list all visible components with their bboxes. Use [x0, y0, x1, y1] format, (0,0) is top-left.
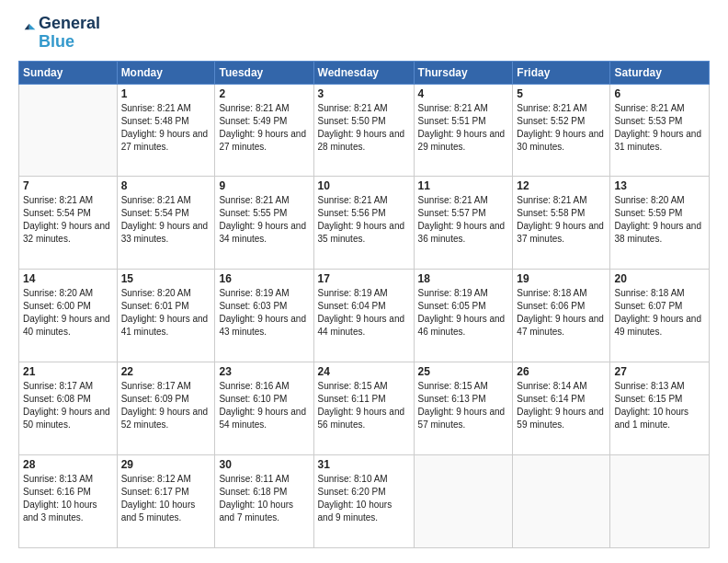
weekday-header-wednesday: Wednesday [313, 61, 414, 84]
logo: General Blue [18, 15, 100, 52]
day-number: 15 [121, 272, 211, 285]
calendar-cell: 18Sunrise: 8:19 AMSunset: 6:05 PMDayligh… [414, 270, 513, 362]
day-info: Sunrise: 8:19 AMSunset: 6:04 PMDaylight:… [318, 287, 410, 339]
day-number: 29 [121, 458, 211, 471]
day-info: Sunrise: 8:16 AMSunset: 6:10 PMDaylight:… [219, 380, 309, 431]
week-row-2: 7Sunrise: 8:21 AMSunset: 5:54 PMDaylight… [19, 177, 710, 270]
day-info: Sunrise: 8:21 AMSunset: 5:55 PMDaylight:… [219, 194, 309, 246]
day-info: Sunrise: 8:15 AMSunset: 6:13 PMDaylight:… [418, 380, 509, 431]
calendar-cell: 25Sunrise: 8:15 AMSunset: 6:13 PMDayligh… [414, 362, 513, 455]
day-info: Sunrise: 8:19 AMSunset: 6:05 PMDaylight:… [418, 287, 509, 339]
day-number: 20 [614, 272, 705, 285]
weekday-header-row: SundayMondayTuesdayWednesdayThursdayFrid… [19, 61, 710, 84]
day-info: Sunrise: 8:18 AMSunset: 6:07 PMDaylight:… [614, 287, 705, 339]
day-info: Sunrise: 8:12 AMSunset: 6:17 PMDaylight:… [121, 473, 211, 524]
calendar-cell: 14Sunrise: 8:20 AMSunset: 6:00 PMDayligh… [19, 270, 118, 362]
week-row-4: 21Sunrise: 8:17 AMSunset: 6:08 PMDayligh… [19, 362, 710, 455]
day-info: Sunrise: 8:21 AMSunset: 5:48 PMDaylight:… [121, 102, 211, 154]
day-info: Sunrise: 8:20 AMSunset: 5:59 PMDaylight:… [614, 194, 705, 246]
calendar-cell: 12Sunrise: 8:21 AMSunset: 5:58 PMDayligh… [513, 177, 610, 270]
calendar-cell: 8Sunrise: 8:21 AMSunset: 5:54 PMDaylight… [117, 177, 215, 270]
day-number: 13 [614, 179, 705, 192]
day-number: 10 [318, 179, 410, 192]
calendar-cell: 28Sunrise: 8:13 AMSunset: 6:16 PMDayligh… [19, 455, 118, 548]
logo-icon [18, 22, 37, 40]
calendar-cell [513, 455, 610, 548]
calendar-cell: 16Sunrise: 8:19 AMSunset: 6:03 PMDayligh… [215, 270, 313, 362]
day-number: 9 [219, 179, 309, 192]
day-info: Sunrise: 8:20 AMSunset: 6:00 PMDaylight:… [23, 287, 113, 339]
day-number: 12 [517, 179, 606, 192]
calendar-cell: 5Sunrise: 8:21 AMSunset: 5:52 PMDaylight… [513, 84, 610, 177]
calendar-cell: 24Sunrise: 8:15 AMSunset: 6:11 PMDayligh… [313, 362, 414, 455]
week-row-3: 14Sunrise: 8:20 AMSunset: 6:00 PMDayligh… [19, 270, 710, 362]
calendar-body: 1Sunrise: 8:21 AMSunset: 5:48 PMDaylight… [19, 84, 710, 547]
day-number: 24 [318, 365, 410, 378]
day-number: 6 [614, 87, 705, 100]
day-info: Sunrise: 8:15 AMSunset: 6:11 PMDaylight:… [318, 380, 410, 431]
calendar-cell: 29Sunrise: 8:12 AMSunset: 6:17 PMDayligh… [117, 455, 215, 548]
day-number: 30 [219, 458, 309, 471]
day-number: 28 [23, 458, 113, 471]
day-number: 17 [318, 272, 410, 285]
day-info: Sunrise: 8:14 AMSunset: 6:14 PMDaylight:… [517, 380, 606, 431]
day-info: Sunrise: 8:21 AMSunset: 5:54 PMDaylight:… [121, 194, 211, 246]
calendar-table: SundayMondayTuesdayWednesdayThursdayFrid… [18, 61, 710, 548]
calendar-cell: 2Sunrise: 8:21 AMSunset: 5:49 PMDaylight… [215, 84, 313, 177]
calendar-cell [610, 455, 710, 548]
day-number: 11 [418, 179, 509, 192]
day-info: Sunrise: 8:21 AMSunset: 5:57 PMDaylight:… [418, 194, 509, 246]
calendar-cell: 30Sunrise: 8:11 AMSunset: 6:18 PMDayligh… [215, 455, 313, 548]
calendar-cell: 4Sunrise: 8:21 AMSunset: 5:51 PMDaylight… [414, 84, 513, 177]
day-info: Sunrise: 8:17 AMSunset: 6:09 PMDaylight:… [121, 380, 211, 431]
calendar-cell: 19Sunrise: 8:18 AMSunset: 6:06 PMDayligh… [513, 270, 610, 362]
day-number: 21 [23, 365, 113, 378]
calendar-cell: 22Sunrise: 8:17 AMSunset: 6:09 PMDayligh… [117, 362, 215, 455]
calendar-page: General Blue SundayMondayTuesdayWednesda… [0, 0, 728, 563]
weekday-header-friday: Friday [513, 61, 610, 84]
calendar-cell: 15Sunrise: 8:20 AMSunset: 6:01 PMDayligh… [117, 270, 215, 362]
weekday-header-thursday: Thursday [414, 61, 513, 84]
calendar-cell: 17Sunrise: 8:19 AMSunset: 6:04 PMDayligh… [313, 270, 414, 362]
logo-text-blue: Blue [39, 33, 100, 52]
calendar-cell: 3Sunrise: 8:21 AMSunset: 5:50 PMDaylight… [313, 84, 414, 177]
day-info: Sunrise: 8:13 AMSunset: 6:16 PMDaylight:… [23, 473, 113, 524]
day-number: 8 [121, 179, 211, 192]
weekday-header-saturday: Saturday [610, 61, 710, 84]
weekday-header-sunday: Sunday [19, 61, 118, 84]
day-number: 3 [318, 87, 410, 100]
svg-marker-0 [29, 23, 36, 29]
header: General Blue [18, 15, 710, 52]
svg-marker-1 [25, 23, 29, 29]
day-info: Sunrise: 8:17 AMSunset: 6:08 PMDaylight:… [23, 380, 113, 431]
calendar-cell: 20Sunrise: 8:18 AMSunset: 6:07 PMDayligh… [610, 270, 710, 362]
day-number: 23 [219, 365, 309, 378]
calendar-cell: 11Sunrise: 8:21 AMSunset: 5:57 PMDayligh… [414, 177, 513, 270]
day-number: 2 [219, 87, 309, 100]
day-number: 1 [121, 87, 211, 100]
day-number: 18 [418, 272, 509, 285]
calendar-cell: 27Sunrise: 8:13 AMSunset: 6:15 PMDayligh… [610, 362, 710, 455]
day-info: Sunrise: 8:21 AMSunset: 5:51 PMDaylight:… [418, 102, 509, 154]
day-number: 4 [418, 87, 509, 100]
calendar-cell: 6Sunrise: 8:21 AMSunset: 5:53 PMDaylight… [610, 84, 710, 177]
calendar-cell: 10Sunrise: 8:21 AMSunset: 5:56 PMDayligh… [313, 177, 414, 270]
day-info: Sunrise: 8:20 AMSunset: 6:01 PMDaylight:… [121, 287, 211, 339]
day-info: Sunrise: 8:11 AMSunset: 6:18 PMDaylight:… [219, 473, 309, 524]
week-row-5: 28Sunrise: 8:13 AMSunset: 6:16 PMDayligh… [19, 455, 710, 548]
day-number: 14 [23, 272, 113, 285]
day-info: Sunrise: 8:13 AMSunset: 6:15 PMDaylight:… [614, 380, 705, 431]
day-info: Sunrise: 8:21 AMSunset: 5:52 PMDaylight:… [517, 102, 606, 154]
day-info: Sunrise: 8:10 AMSunset: 6:20 PMDaylight:… [318, 473, 410, 524]
calendar-cell: 7Sunrise: 8:21 AMSunset: 5:54 PMDaylight… [19, 177, 118, 270]
calendar-cell: 31Sunrise: 8:10 AMSunset: 6:20 PMDayligh… [313, 455, 414, 548]
day-info: Sunrise: 8:21 AMSunset: 5:49 PMDaylight:… [219, 102, 309, 154]
day-number: 19 [517, 272, 606, 285]
weekday-header-tuesday: Tuesday [215, 61, 313, 84]
calendar-cell: 26Sunrise: 8:14 AMSunset: 6:14 PMDayligh… [513, 362, 610, 455]
day-number: 7 [23, 179, 113, 192]
day-info: Sunrise: 8:21 AMSunset: 5:56 PMDaylight:… [318, 194, 410, 246]
day-number: 26 [517, 365, 606, 378]
day-number: 16 [219, 272, 309, 285]
day-number: 25 [418, 365, 509, 378]
